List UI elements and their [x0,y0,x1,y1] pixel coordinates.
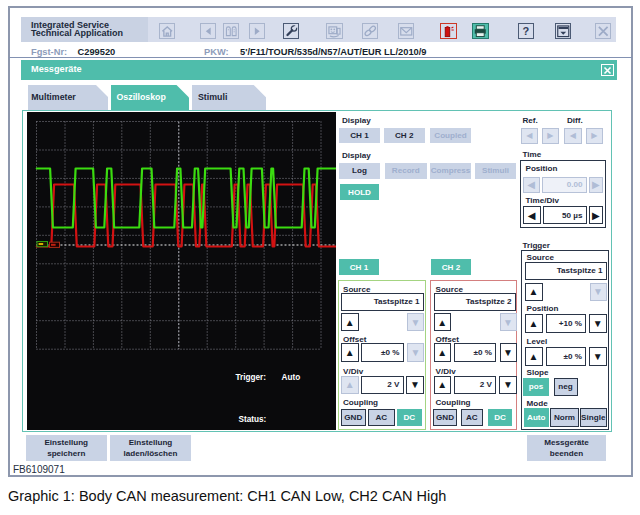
svg-text:Trigger:: Trigger: [235,373,265,382]
svg-text:Status:: Status: [238,414,266,423]
svg-text:Auto: Auto [281,373,300,382]
